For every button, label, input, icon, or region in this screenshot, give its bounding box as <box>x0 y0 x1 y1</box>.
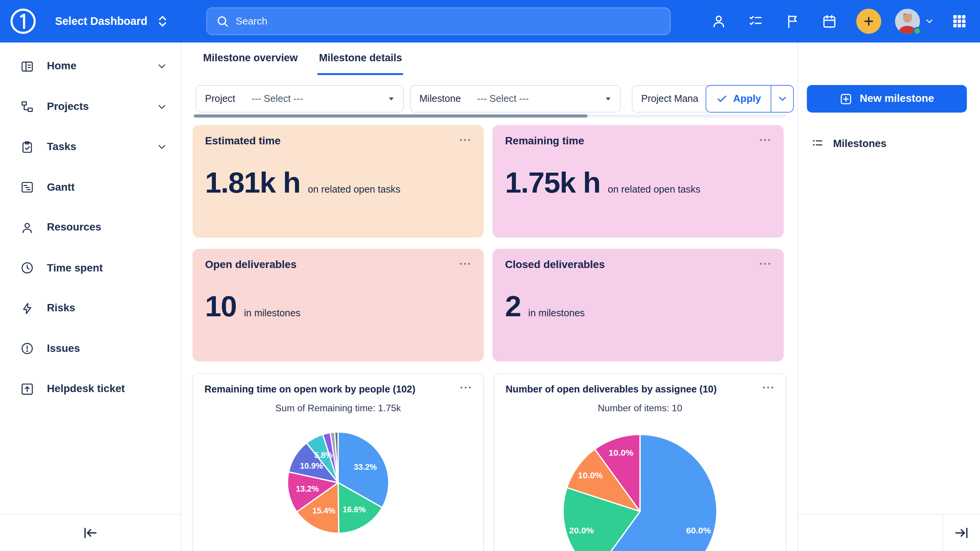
card-menu-icon[interactable] <box>759 261 771 266</box>
user-icon[interactable] <box>710 13 727 29</box>
sidebar-item-label: Resources <box>47 221 167 234</box>
chevron-down-icon[interactable] <box>157 142 167 152</box>
chevron-down-icon[interactable] <box>157 61 167 71</box>
tasks-icon <box>20 140 34 154</box>
filter-project[interactable]: Project --- Select --- <box>196 85 404 113</box>
dropdown-arrow-icon <box>387 95 396 103</box>
chevron-down-icon <box>777 94 787 104</box>
time-spent-icon <box>20 261 34 275</box>
gantt-icon <box>20 180 34 195</box>
helpdesk-icon <box>20 382 34 396</box>
chart-title: Number of open deliverables by assignee … <box>506 383 717 396</box>
sidebar-item-home[interactable]: Home <box>0 46 181 87</box>
filter-milestone[interactable]: Milestone --- Select --- <box>410 85 621 113</box>
pie-slice-label: 10.0% <box>609 448 634 458</box>
card-menu-icon[interactable] <box>762 385 774 390</box>
kpi-caption: on related open tasks <box>608 184 701 195</box>
sort-updown-icon <box>157 15 167 28</box>
card-menu-icon[interactable] <box>759 137 771 142</box>
card-menu-icon[interactable] <box>459 137 471 142</box>
issues-icon <box>20 342 34 356</box>
dashboard-selector[interactable]: Select Dashboard <box>55 15 168 28</box>
filters-scrollbar-thumb[interactable] <box>194 114 588 118</box>
filter-project-select[interactable]: --- Select --- <box>242 93 383 104</box>
sidebar-item-tasks[interactable]: Tasks <box>0 127 181 167</box>
dashboard-selector-label: Select Dashboard <box>55 15 147 28</box>
tab-milestone-overview[interactable]: Milestone overview <box>202 43 299 75</box>
kpi-caption: in milestones <box>244 307 301 319</box>
kpi-value: 10 <box>205 291 237 321</box>
pie-chart-remaining-time[interactable]: 33.2%16.6%15.4%13.2%10.9%5.8% <box>286 431 390 535</box>
right-panel-footer <box>798 513 980 551</box>
sidebar-item-label: Projects <box>47 100 157 113</box>
sidebar-item-label: Home <box>47 60 157 73</box>
flag-icon[interactable] <box>784 13 800 29</box>
sidebar-item-projects[interactable]: Projects <box>0 87 181 127</box>
pie-chart-deliverables[interactable]: 60.0%20.0%10.0%10.0% <box>562 433 718 551</box>
user-menu-chevron-icon[interactable] <box>925 17 934 26</box>
sidebar-footer <box>0 513 181 551</box>
sidebar-item-helpdesk-ticket[interactable]: Helpdesk ticket <box>0 369 181 409</box>
pie-slice-label: 33.2% <box>354 462 377 471</box>
dropdown-arrow-icon <box>604 95 612 103</box>
list-icon <box>811 136 825 150</box>
resources-icon <box>20 221 34 235</box>
collapse-sidebar-icon[interactable] <box>82 524 99 541</box>
sidebar-item-issues[interactable]: Issues <box>0 329 181 369</box>
plus-square-icon <box>840 92 853 105</box>
kpi-value: 1.81k h <box>205 168 301 197</box>
filter-milestone-select[interactable]: --- Select --- <box>467 93 600 104</box>
new-milestone-label: New milestone <box>860 93 934 105</box>
projects-icon <box>20 100 34 114</box>
sidebar-item-label: Risks <box>47 302 167 315</box>
plus-icon <box>862 15 875 28</box>
chevron-down-icon[interactable] <box>157 102 167 112</box>
chart-subtitle: Number of items: 10 <box>506 402 774 415</box>
new-milestone-button[interactable]: New milestone <box>807 85 967 113</box>
tab-label: Milestone overview <box>203 52 298 64</box>
milestones-list-item[interactable]: Milestones <box>798 129 980 157</box>
quick-add-button[interactable] <box>856 9 881 34</box>
kpi-card-remaining-time: Remaining time 1.75k h on related open t… <box>493 125 784 238</box>
sidebar-item-label: Tasks <box>47 141 157 154</box>
apps-grid-icon[interactable] <box>951 13 967 29</box>
filter-label: Project <box>196 93 242 104</box>
pie-slice-label: 13.2% <box>296 484 319 494</box>
search-icon <box>216 15 229 28</box>
sidebar-item-time-spent[interactable]: Time spent <box>0 248 181 288</box>
sidebar-item-label: Time spent <box>47 262 167 275</box>
sidebar-item-label: Gantt <box>47 181 167 194</box>
filter-project-manager[interactable]: Project Mana <box>632 85 713 113</box>
kpi-value: 1.75k h <box>505 168 600 197</box>
apply-button[interactable]: Apply <box>706 86 771 112</box>
apply-options-button[interactable] <box>771 86 794 112</box>
chart-title: Remaining time on open work by people (1… <box>204 383 415 396</box>
search-input[interactable] <box>236 16 662 27</box>
sidebar-item-risks[interactable]: Risks <box>0 288 181 329</box>
apply-label: Apply <box>733 93 761 104</box>
apply-split-button: Apply <box>706 85 794 113</box>
kpi-card-estimated-time: Estimated time 1.81k h on related open t… <box>193 125 484 238</box>
card-menu-icon[interactable] <box>459 385 472 390</box>
checklist-icon[interactable] <box>748 13 764 29</box>
kpi-value: 2 <box>505 291 521 321</box>
expand-panel-icon[interactable] <box>953 524 970 541</box>
sidebar-item-label: Helpdesk ticket <box>47 383 167 396</box>
logo-icon <box>8 6 38 36</box>
filter-label: Project Mana <box>632 93 704 104</box>
filters-scrollbar-track <box>194 114 786 118</box>
online-status-dot <box>913 27 921 35</box>
sidebar: Home Projects Tasks <box>0 43 181 551</box>
app-logo[interactable] <box>8 6 39 37</box>
kpi-caption: in milestones <box>528 307 585 319</box>
sidebar-item-gantt[interactable]: Gantt <box>0 167 181 208</box>
top-bar: Select Dashboard <box>0 0 980 43</box>
calendar-icon[interactable] <box>821 13 837 29</box>
sidebar-item-resources[interactable]: Resources <box>0 208 181 248</box>
tab-milestone-details[interactable]: Milestone details <box>318 43 403 75</box>
pie-slice-label: 16.6% <box>343 505 366 514</box>
card-menu-icon[interactable] <box>459 261 471 266</box>
user-menu[interactable] <box>895 9 920 34</box>
milestones-label: Milestones <box>833 137 886 149</box>
kpi-caption: on related open tasks <box>308 184 400 195</box>
